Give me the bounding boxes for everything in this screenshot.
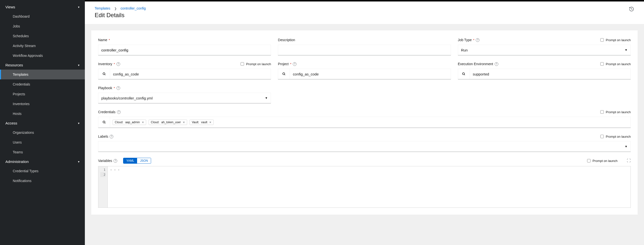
nav-item-dashboard[interactable]: Dashboard [0,11,85,21]
help-icon[interactable]: ? [476,38,480,42]
yaml-toggle[interactable]: YAML [123,158,137,163]
field-project: Project * ? config_as_code [278,61,451,79]
nav-group-label: Administration [6,160,29,164]
nav-group-administration[interactable]: Administration ▾ [0,157,85,166]
description-input[interactable] [278,45,451,55]
required-marker: * [290,62,291,66]
inventory-prompt-checkbox[interactable] [240,62,244,66]
labels-prompt[interactable]: Prompt on launch [600,135,631,138]
inventory-lookup[interactable]: config_as_code [98,69,271,79]
nav-item-organizations[interactable]: Organizations [0,128,85,137]
nav-item-hosts[interactable]: Hosts [0,109,85,119]
expand-icon[interactable]: ⛶ [627,159,631,163]
exec-env-prompt[interactable]: Prompt on launch [600,62,631,66]
exec-env-label: Execution Environment [458,62,493,66]
job-type-select[interactable]: Run ▼ [458,45,631,55]
help-icon[interactable]: ? [110,135,113,138]
svg-point-6 [103,121,105,123]
variables-editor[interactable]: 1 2 - - - [98,166,631,208]
nav-group-access[interactable]: Access ▾ [0,119,85,128]
form-card: Name * Description Job Type * ? Prompt o… [91,30,638,215]
credentials-prompt[interactable]: Prompt on launch [600,110,631,114]
help-icon[interactable]: ? [114,159,117,163]
chevron-down-icon: ▾ [78,122,80,125]
inventory-value: config_as_code [110,72,271,76]
remove-chip-icon[interactable]: ✕ [142,121,144,124]
exec-env-prompt-checkbox[interactable] [600,62,604,66]
field-credentials: Credentials ? Prompt on launch Cloud: aa… [98,109,631,128]
variables-prompt-checkbox[interactable] [587,159,590,162]
credentials-prompt-checkbox[interactable] [600,110,604,114]
chevron-down-icon: ▾ [78,160,80,163]
help-icon[interactable]: ? [116,62,120,66]
credentials-lookup[interactable]: Cloud: aap_admin ✕ Cloud: ah_token_user … [98,117,631,128]
nav-item-credential-types[interactable]: Credential Types [0,166,85,176]
inventory-prompt[interactable]: Prompt on launch [240,62,271,66]
nav-item-activity-stream[interactable]: Activity Stream [0,41,85,51]
nav-group-label: Access [6,121,17,125]
nav-item-templates[interactable]: Templates [0,70,85,79]
nav-item-workflow-approvals[interactable]: Workflow Approvals [0,51,85,60]
nav-group-views[interactable]: Views ▾ [0,2,85,11]
field-playbook: Playbook * ? playbooks/controller_config… [98,85,271,103]
help-icon[interactable]: ? [117,110,121,114]
caret-down-icon: ▼ [625,145,628,148]
nav-item-schedules[interactable]: Schedules [0,31,85,41]
breadcrumb-controller-config[interactable]: controller_config [121,6,146,10]
history-icon[interactable] [629,6,634,12]
playbook-value: playbooks/controller_config.yml [101,96,152,100]
nav-item-credentials[interactable]: Credentials [0,79,85,89]
nav-item-teams[interactable]: Teams [0,147,85,157]
svg-line-3 [284,74,285,75]
variables-prompt[interactable]: Prompt on launch [587,159,618,163]
field-labels: Labels ? Prompt on launch ▼ [98,134,631,152]
variables-label: Variables [98,159,112,163]
svg-point-0 [103,73,105,75]
project-label: Project [278,62,289,66]
help-icon[interactable]: ? [116,86,120,90]
sidebar: Views ▾ Dashboard Jobs Schedules Activit… [0,0,85,245]
description-label: Description [278,38,295,42]
remove-chip-icon[interactable]: ✕ [183,121,185,124]
name-input[interactable] [98,45,271,55]
exec-env-lookup[interactable]: supported [458,69,631,79]
help-icon[interactable]: ? [495,62,498,66]
nav-group-resources[interactable]: Resources ▾ [0,60,85,70]
search-icon[interactable] [98,69,110,79]
svg-line-7 [104,123,105,123]
editor-gutter: 1 2 [98,166,108,208]
field-inventory: Inventory * ? Prompt on launch config_as… [98,61,271,79]
nav-item-notifications[interactable]: Notifications [0,176,85,186]
job-type-value: Run [461,48,468,52]
playbook-select[interactable]: playbooks/controller_config.yml ▼ [98,93,271,103]
breadcrumb-templates[interactable]: Templates [95,6,110,10]
nav-item-projects[interactable]: Projects [0,89,85,99]
json-toggle[interactable]: JSON [137,158,151,163]
nav-item-jobs[interactable]: Jobs [0,21,85,31]
project-lookup[interactable]: config_as_code [278,69,451,79]
search-icon[interactable] [278,69,290,79]
project-value: config_as_code [290,72,450,76]
search-icon[interactable] [98,117,110,128]
job-type-prompt[interactable]: Prompt on launch [600,38,631,42]
caret-down-icon: ▼ [625,48,628,52]
labels-select[interactable]: ▼ [98,141,631,152]
field-description: Description [278,37,451,55]
exec-env-value: supported [470,72,630,76]
remove-chip-icon[interactable]: ✕ [209,121,212,124]
help-icon[interactable]: ? [293,62,296,66]
nav-item-inventories[interactable]: Inventories [0,99,85,109]
search-icon[interactable] [458,69,470,79]
field-job-type: Job Type * ? Prompt on launch Run ▼ [458,37,631,55]
field-exec-env: Execution Environment ? Prompt on launch… [458,61,631,79]
labels-prompt-checkbox[interactable] [600,135,604,138]
svg-line-5 [464,74,465,75]
playbook-label: Playbook [98,86,112,90]
editor-content[interactable]: - - - [108,166,630,208]
nav-group-label: Resources [6,63,23,67]
credential-chip: Cloud: aap_admin ✕ [112,120,146,125]
chevron-down-icon: ▾ [78,5,80,9]
job-type-prompt-checkbox[interactable] [600,38,604,42]
svg-point-4 [462,73,464,75]
nav-item-users[interactable]: Users [0,137,85,147]
